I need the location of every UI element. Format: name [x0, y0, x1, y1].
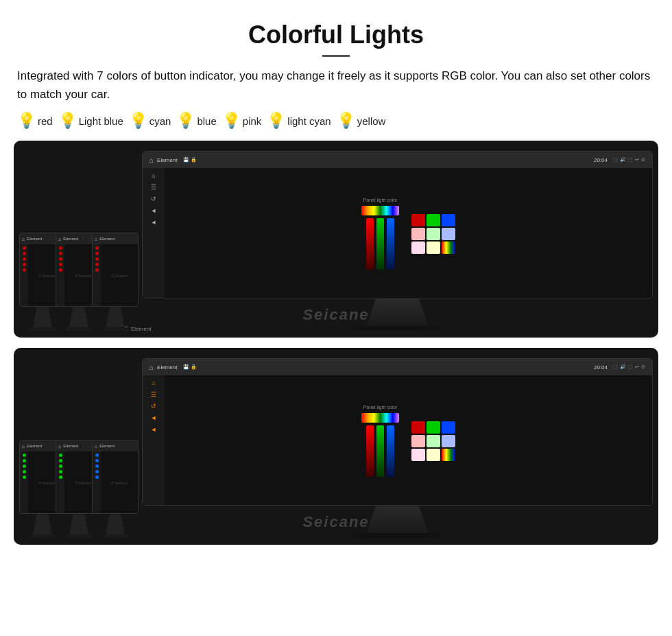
bar-green-1 [376, 218, 384, 270]
topbar-time-1: 20:04 [594, 157, 608, 163]
base-1b [66, 327, 92, 331]
device-row-1: ⌂ Element ☰ Element [14, 141, 658, 338]
bulb-icon-lightcyan: 💡 [267, 113, 285, 128]
main-stand-1 [367, 298, 429, 326]
bulb-icon-yellow: 💡 [337, 113, 355, 128]
color-label-pink: pink [243, 115, 262, 127]
color-indicators-row: 💡 red 💡 Light blue 💡 cyan 💡 blue 💡 pink … [14, 113, 658, 128]
main-base-1 [353, 326, 442, 331]
page-wrapper: Colorful Lights Integrated with 7 colors… [0, 0, 672, 569]
base-2c [102, 534, 128, 538]
color-grid-section-1 [411, 214, 455, 254]
color-item-yellow: 💡 yellow [337, 113, 386, 128]
stand-2c [106, 514, 125, 534]
color-label-red: red [38, 115, 53, 127]
color-label-lightblue: Light blue [79, 115, 123, 127]
topbar-time-2: 20:04 [594, 364, 608, 370]
screen-1c: ⌂ Element ☰ Element [92, 233, 139, 307]
color-item-blue: 💡 blue [176, 113, 216, 128]
title-divider [322, 55, 350, 57]
bulb-icon-blue: 💡 [176, 113, 195, 128]
base-2b [66, 534, 92, 538]
topbar-title-2: Element [157, 364, 177, 370]
color-bars-2 [366, 425, 394, 477]
main-base-2 [353, 533, 442, 538]
stand-1c [106, 307, 125, 327]
color-label-yellow: yellow [357, 115, 386, 127]
panel-label-1: Panel light color [363, 198, 398, 202]
description-text: Integrated with 7 colors of button indic… [14, 67, 658, 104]
stack-group-2: ⌂ Element ☰ Element [19, 440, 142, 538]
rainbow-strip-1 [361, 206, 399, 215]
bar-blue-1 [387, 218, 394, 270]
main-screen-wrapper-2: ⌂ Element 💾 🔒 20:04 ⬚ 🔊 ⬚ ↩ ⊙ [142, 358, 653, 538]
bulb-icon-pink: 💡 [222, 113, 241, 128]
stand-2a [33, 514, 52, 534]
color-grid-section-2 [411, 421, 455, 461]
color-item-pink: 💡 pink [222, 113, 262, 128]
color-label-blue: blue [197, 115, 216, 127]
base-1c [102, 327, 128, 331]
bar-red-1 [366, 218, 374, 270]
color-label-lightcyan: light cyan [287, 115, 331, 127]
bar-blue-2 [387, 425, 394, 477]
color-label-cyan: cyan [149, 115, 171, 127]
topbar-title-1: Element [157, 157, 177, 163]
stand-1b [69, 307, 88, 327]
main-screen-wrapper-1: ⌂ Element 💾 🔒 20:04 ⬚ 🔊 ⬚ ↩ ⊙ [142, 151, 653, 331]
device-row-2: ⌂ Element ☰ Element [14, 348, 658, 545]
panel-light-section-1: Panel light color [361, 198, 399, 270]
color-bars-1 [366, 218, 394, 270]
panel-label-2: Panel light color [363, 405, 398, 410]
color-item-lightblue: 💡 Light blue [58, 113, 123, 128]
main-big-screen-2: ⌂ Element 💾 🔒 20:04 ⬚ 🔊 ⬚ ↩ ⊙ [142, 358, 653, 506]
device-unit-1c: ⌂ Element ☰ Element [92, 233, 139, 331]
base-2a [29, 534, 56, 538]
device-unit-2c: ⌂ Element ☰ Element [92, 440, 139, 538]
screen-2c: ⌂ Element ☰ Element [92, 440, 139, 514]
bulb-icon-red: 💡 [17, 113, 36, 128]
main-big-screen-1: ⌂ Element 💾 🔒 20:04 ⬚ 🔊 ⬚ ↩ ⊙ [142, 151, 653, 298]
color-item-red: 💡 red [17, 113, 53, 128]
page-title: Colorful Lights [14, 21, 658, 49]
main-stand-2 [367, 506, 429, 533]
bulb-icon-lightblue: 💡 [58, 113, 77, 128]
bar-green-2 [376, 425, 384, 477]
title-section: Colorful Lights [14, 21, 658, 57]
stack-group-1: ⌂ Element ☰ Element [19, 233, 142, 331]
color-item-lightcyan: 💡 light cyan [267, 113, 331, 128]
bar-red-2 [366, 425, 374, 477]
base-1a [29, 327, 56, 331]
color-item-cyan: 💡 cyan [129, 113, 171, 128]
stand-2b [69, 514, 88, 534]
panel-light-section-2: Panel light color [361, 405, 399, 477]
bulb-icon-cyan: 💡 [129, 113, 147, 128]
rainbow-strip-2 [361, 413, 399, 423]
stand-1a [33, 307, 52, 327]
